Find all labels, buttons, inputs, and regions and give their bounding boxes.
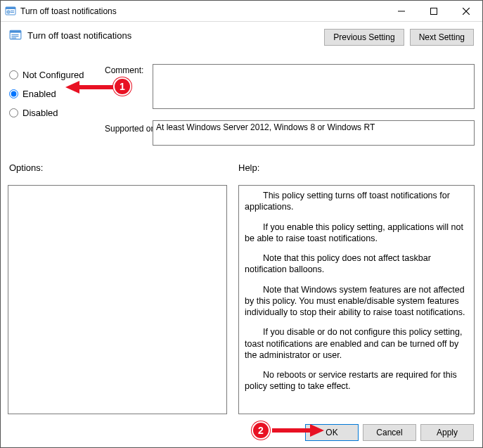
comment-label: Comment:	[105, 65, 143, 75]
supported-label: Supported on:	[105, 124, 157, 134]
next-setting-button[interactable]: Next Setting	[410, 29, 474, 46]
help-paragraph: If you disable or do not configure this …	[245, 326, 468, 361]
help-paragraph: No reboots or service restarts are requi…	[245, 369, 468, 392]
window-title: Turn off toast notifications	[20, 6, 385, 16]
minimize-button[interactable]	[385, 1, 418, 22]
radio-not-configured-label: Not Configured	[22, 70, 84, 80]
svg-point-2	[7, 10, 10, 13]
svg-marker-13	[65, 81, 79, 94]
svg-rect-5	[398, 11, 405, 11]
dialog-buttons: OK Cancel Apply	[305, 424, 474, 441]
svg-rect-4	[11, 12, 14, 13]
radio-not-configured-input[interactable]	[9, 70, 18, 79]
svg-rect-10	[11, 36, 18, 37]
radio-disabled-label: Disabled	[22, 108, 58, 118]
nav-buttons: Previous Setting Next Setting	[324, 29, 474, 46]
supported-textarea[interactable]	[153, 120, 475, 146]
svg-rect-3	[11, 11, 14, 11]
titlebar: Turn off toast notifications	[1, 1, 482, 22]
comment-textarea[interactable]	[153, 64, 475, 109]
help-box[interactable]: This policy setting turns off toast noti…	[238, 185, 475, 414]
help-paragraph: If you enable this policy setting, appli…	[245, 222, 468, 245]
radio-enabled-input[interactable]	[9, 89, 18, 98]
svg-rect-8	[10, 30, 21, 32]
policy-window-icon	[5, 6, 16, 17]
help-label: Help:	[238, 162, 259, 173]
close-button[interactable]	[450, 1, 482, 22]
options-label: Options:	[9, 162, 43, 173]
callout-badge-2: 2	[252, 421, 270, 440]
svg-rect-6	[431, 8, 437, 14]
radio-enabled-label: Enabled	[22, 89, 56, 99]
callout-badge-1: 1	[113, 77, 131, 96]
svg-rect-11	[11, 37, 16, 38]
content-area: Turn off toast notifications Previous Se…	[1, 22, 482, 41]
cancel-button[interactable]: Cancel	[363, 424, 416, 441]
options-box	[8, 185, 227, 414]
apply-button[interactable]: Apply	[420, 424, 474, 441]
callout-arrow-2	[272, 423, 324, 438]
svg-rect-9	[11, 34, 18, 35]
callout-arrow-1	[65, 79, 115, 95]
help-paragraph: Note that this policy does not affect ta…	[245, 252, 468, 276]
radio-not-configured[interactable]: Not Configured	[9, 70, 84, 80]
help-paragraph: This policy setting turns off toast noti…	[245, 190, 468, 213]
maximize-button[interactable]	[418, 1, 450, 22]
policy-icon	[9, 29, 22, 41]
previous-setting-button[interactable]: Previous Setting	[324, 29, 404, 46]
policy-title: Turn off toast notifications	[27, 30, 131, 41]
help-paragraph: Note that Windows system features are no…	[245, 284, 468, 319]
radio-disabled-input[interactable]	[9, 108, 18, 117]
radio-disabled[interactable]: Disabled	[9, 108, 84, 118]
svg-rect-1	[6, 7, 15, 9]
svg-marker-15	[310, 424, 324, 437]
